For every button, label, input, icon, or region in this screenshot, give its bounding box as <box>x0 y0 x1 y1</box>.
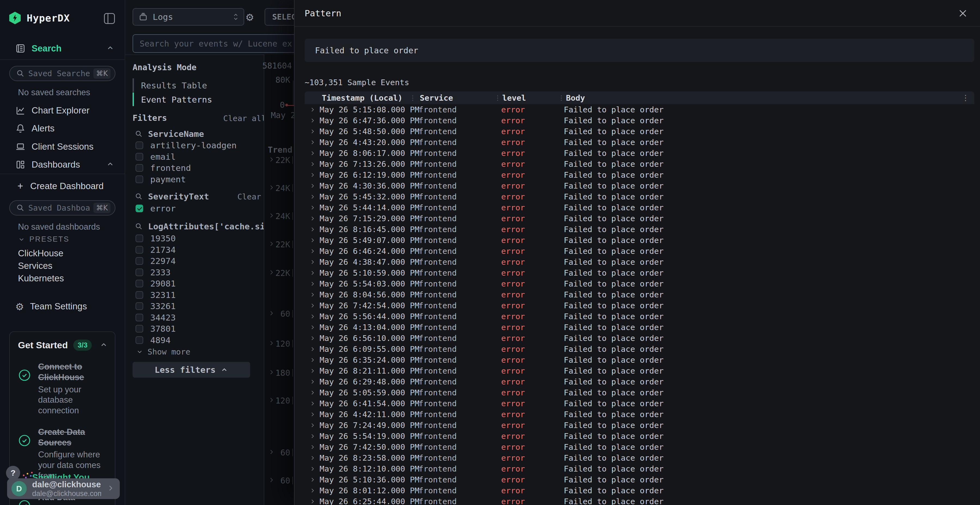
event-row[interactable]: May 26 8:06:17.000 PM frontend error Fai… <box>305 148 974 159</box>
row-expand-chevron-icon[interactable] <box>310 390 315 395</box>
event-row[interactable]: May 26 4:42:11.000 PM frontend error Fai… <box>305 409 974 420</box>
mode-event-patterns[interactable]: Event Patterns <box>141 95 212 105</box>
event-row[interactable]: May 26 7:42:50.000 PM frontend error Fai… <box>305 441 974 453</box>
event-row[interactable]: May 26 6:12:19.000 PM frontend error Fai… <box>305 170 974 180</box>
saved-dashboards-search[interactable]: ⌘K <box>9 200 115 216</box>
expand-chevron-icon[interactable] <box>268 477 275 484</box>
row-expand-chevron-icon[interactable] <box>310 411 315 418</box>
event-row[interactable]: May 26 5:49:07.000 PM frontend error Fai… <box>305 235 974 246</box>
sidebar-item-team-settings[interactable]: ⚙ Team Settings <box>0 300 125 312</box>
event-search-input[interactable] <box>140 39 294 48</box>
preset-item[interactable]: Kubernetes <box>0 272 125 284</box>
column-header-level[interactable]: level <box>502 91 526 104</box>
chevron-up-icon[interactable] <box>100 341 108 350</box>
presets-toggle[interactable]: PRESETS <box>18 235 69 243</box>
event-row[interactable]: May 26 4:13:04.000 PM frontend error Fai… <box>305 322 974 333</box>
event-row[interactable]: May 26 6:47:36.000 PM frontend error Fai… <box>305 115 974 126</box>
checkbox[interactable] <box>135 280 143 287</box>
event-row[interactable]: May 26 6:46:24.000 PM frontend error Fai… <box>305 246 974 257</box>
expand-chevron-icon[interactable] <box>268 369 275 376</box>
close-icon[interactable] <box>958 8 968 19</box>
row-expand-chevron-icon[interactable] <box>310 281 315 287</box>
event-row[interactable]: May 26 7:15:29.000 PM frontend error Fai… <box>305 213 974 224</box>
filter-option[interactable]: 32311 <box>135 289 176 300</box>
table-options-kebab-icon[interactable]: ⋮ <box>962 93 969 102</box>
trend-row[interactable]: 22K <box>264 239 294 250</box>
checkbox[interactable] <box>135 336 143 344</box>
search-icon[interactable] <box>135 130 143 138</box>
row-expand-chevron-icon[interactable] <box>310 455 315 461</box>
event-row[interactable]: May 26 8:21:11.000 PM frontend error Fai… <box>305 365 974 376</box>
expand-chevron-icon[interactable] <box>268 241 275 248</box>
row-expand-chevron-icon[interactable] <box>310 237 315 243</box>
filter-option[interactable]: 34423 <box>135 312 176 323</box>
event-search-box[interactable] <box>132 34 294 53</box>
column-resize-handle[interactable]: ⋮ <box>409 94 416 102</box>
event-row[interactable]: May 26 4:30:36.000 PM frontend error Fai… <box>305 180 974 191</box>
event-row[interactable]: May 26 5:10:36.000 PM frontend error Fai… <box>305 474 974 485</box>
filter-option[interactable]: frontend <box>135 162 191 173</box>
expand-chevron-icon[interactable] <box>268 397 275 404</box>
row-expand-chevron-icon[interactable] <box>310 313 315 319</box>
less-filters-button[interactable]: Less filters <box>132 362 250 378</box>
source-select[interactable]: Logs <box>132 8 244 25</box>
row-expand-chevron-icon[interactable] <box>310 324 315 330</box>
expand-chevron-icon[interactable] <box>268 269 275 277</box>
row-expand-chevron-icon[interactable] <box>310 488 315 494</box>
checkbox[interactable] <box>135 141 143 149</box>
trend-row[interactable]: 60 <box>264 447 294 458</box>
trend-row[interactable]: 22K <box>264 267 294 278</box>
saved-searches-search[interactable]: ⌘K <box>9 66 115 81</box>
event-row[interactable]: May 26 5:45:32.000 PM frontend error Fai… <box>305 191 974 202</box>
help-button[interactable]: ? <box>6 466 20 480</box>
expand-chevron-icon[interactable] <box>268 184 275 192</box>
mode-results-table[interactable]: Results Table <box>141 81 207 91</box>
trend-row[interactable]: 120 <box>264 338 294 349</box>
event-row[interactable]: May 26 8:01:12.000 PM frontend error Fai… <box>305 485 974 496</box>
filter-option[interactable]: 29081 <box>135 278 176 289</box>
event-row[interactable]: May 26 5:56:44.000 PM frontend error Fai… <box>305 311 974 322</box>
expand-chevron-icon[interactable] <box>268 156 275 164</box>
saved-dashboards-input[interactable] <box>28 203 89 213</box>
event-row[interactable]: May 26 5:54:03.000 PM frontend error Fai… <box>305 278 974 289</box>
row-expand-chevron-icon[interactable] <box>310 346 315 352</box>
source-settings-gear-icon[interactable]: ⚙ <box>246 10 260 24</box>
event-row[interactable]: May 26 6:35:24.000 PM frontend error Fai… <box>305 354 974 365</box>
checkbox[interactable] <box>135 176 143 183</box>
clear-all-link[interactable]: Clear all <box>223 114 266 123</box>
expand-chevron-icon[interactable] <box>268 212 275 220</box>
event-row[interactable]: May 26 6:29:48.000 PM frontend error Fai… <box>305 376 974 387</box>
row-expand-chevron-icon[interactable] <box>310 259 315 265</box>
filter-option[interactable]: 21734 <box>135 245 176 255</box>
row-expand-chevron-icon[interactable] <box>310 118 315 124</box>
trend-row[interactable]: 60 <box>264 475 294 486</box>
event-row[interactable]: May 26 6:09:55.000 PM frontend error Fai… <box>305 344 974 354</box>
row-expand-chevron-icon[interactable] <box>310 466 315 472</box>
event-row[interactable]: May 26 8:12:10.000 PM frontend error Fai… <box>305 464 974 474</box>
sidebar-item-chart-explorer[interactable]: Chart Explorer <box>0 105 125 116</box>
row-expand-chevron-icon[interactable] <box>310 335 315 341</box>
row-expand-chevron-icon[interactable] <box>310 129 315 134</box>
expand-chevron-icon[interactable] <box>268 340 275 348</box>
filter-option[interactable]: artillery-loadgen <box>135 140 237 151</box>
trend-row[interactable]: 120 <box>264 395 294 406</box>
filter-option-error[interactable]: error <box>135 203 176 214</box>
row-expand-chevron-icon[interactable] <box>310 303 315 308</box>
sidebar-item-alerts[interactable]: Alerts <box>0 122 125 134</box>
checkbox[interactable] <box>135 257 143 265</box>
row-expand-chevron-icon[interactable] <box>310 422 315 428</box>
row-expand-chevron-icon[interactable] <box>310 183 315 189</box>
checkbox[interactable] <box>135 302 143 310</box>
event-row[interactable]: May 26 6:25:44.000 PM frontend error Fai… <box>305 496 974 505</box>
row-expand-chevron-icon[interactable] <box>310 292 315 298</box>
expand-chevron-icon[interactable] <box>268 310 275 318</box>
event-row[interactable]: May 26 6:41:54.000 PM frontend error Fai… <box>305 398 974 409</box>
event-row[interactable]: May 26 8:16:45.000 PM frontend error Fai… <box>305 224 974 235</box>
row-expand-chevron-icon[interactable] <box>310 499 315 505</box>
trend-row[interactable]: 180 <box>264 367 294 378</box>
event-row[interactable]: May 26 4:43:20.000 PM frontend error Fai… <box>305 137 974 148</box>
select-columns-button[interactable]: SELECT <box>265 8 294 25</box>
trend-row[interactable]: 60 <box>264 308 294 319</box>
saved-searches-input[interactable] <box>28 69 89 78</box>
row-expand-chevron-icon[interactable] <box>310 357 315 363</box>
